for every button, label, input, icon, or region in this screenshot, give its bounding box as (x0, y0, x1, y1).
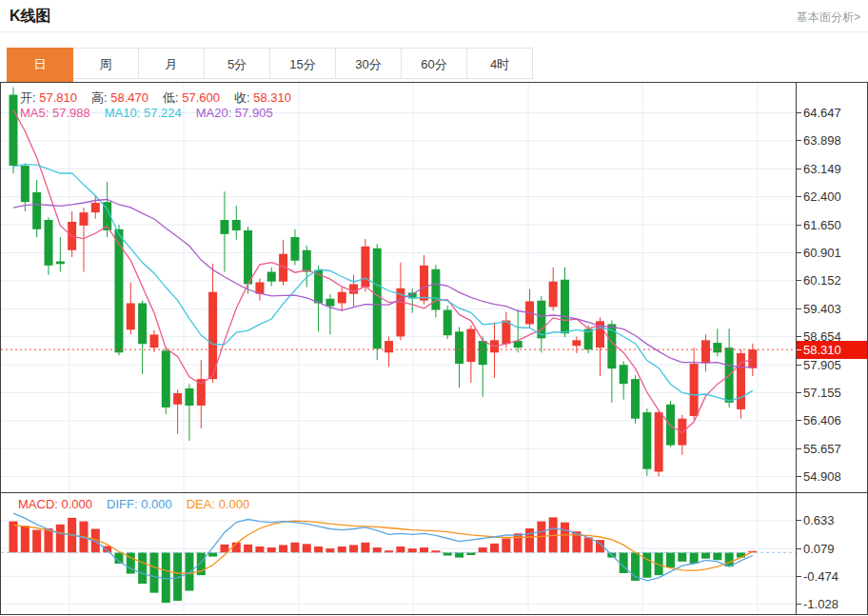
candle-body (267, 272, 276, 282)
macd-bar (525, 528, 534, 552)
macd-bar (642, 552, 651, 577)
tab-日[interactable]: 日 (7, 48, 73, 82)
candle-body (361, 247, 369, 288)
ma-overlay: MA5: 57.988MA10: 57.224MA20: 57.905 (20, 106, 287, 120)
candle-body (514, 341, 523, 348)
candle-body (466, 329, 475, 363)
macd-bar (56, 525, 65, 553)
macd-bar (420, 547, 428, 552)
tab-周[interactable]: 周 (72, 48, 139, 79)
macd-bar (701, 552, 710, 558)
macd-tick-label: -1.028 (797, 597, 838, 612)
candle-body (290, 237, 299, 261)
ma-item: MA20: 57.905 (196, 106, 273, 120)
main-candlestick-chart[interactable] (1, 83, 796, 492)
ma-item: MA5: 57.988 (20, 106, 90, 120)
tab-月[interactable]: 月 (138, 48, 205, 79)
ma5-line (13, 109, 753, 432)
candle-body (303, 250, 311, 272)
ohlc-item: 开: 57.810 (20, 90, 77, 105)
macd-bar (267, 547, 276, 552)
candle-body (326, 299, 334, 307)
macd-bar (279, 545, 287, 552)
ma-item: MA10: 57.224 (105, 106, 182, 120)
macd-bar (349, 545, 358, 552)
macd-bar (244, 545, 252, 552)
tab-30分[interactable]: 30分 (335, 48, 402, 79)
candle-body (220, 220, 228, 234)
macd-bar (208, 552, 217, 556)
candle-body (479, 341, 487, 365)
macd-bar (514, 533, 523, 552)
candle-body (127, 303, 135, 329)
main-tick-label: 61.650 (797, 217, 841, 232)
fundamental-analysis-link[interactable]: 基本面分析> (797, 10, 860, 26)
macd-bar (326, 548, 334, 552)
macd-bar (737, 552, 745, 557)
ma10-line (13, 165, 753, 401)
macd-item: DIFF: 0.000 (107, 497, 172, 511)
macd-bar (561, 523, 569, 553)
macd-bar (21, 526, 30, 552)
macd-bar (373, 547, 382, 552)
macd-bar (255, 546, 264, 552)
macd-bar (10, 522, 18, 553)
candle-body (138, 303, 147, 344)
candle-body (244, 230, 252, 284)
macd-bar (314, 546, 323, 552)
candle-body (56, 262, 65, 265)
candle-body (162, 350, 170, 407)
candle-body (232, 220, 241, 230)
macd-bar (338, 546, 346, 552)
diff-line (13, 513, 753, 581)
main-tick-label: 54.908 (797, 469, 841, 485)
macd-bar (290, 543, 299, 553)
macd-bar (690, 552, 699, 564)
panel-divider (0, 492, 868, 493)
main-tick-label: 59.403 (797, 301, 841, 316)
candle-body (373, 248, 382, 349)
main-tick-label: 63.898 (797, 133, 841, 149)
main-tick-label: 64.647 (797, 106, 841, 121)
candle-body (572, 340, 581, 346)
candle-body (32, 192, 41, 229)
tab-4时[interactable]: 4时 (466, 48, 533, 79)
macd-bar (490, 544, 499, 553)
macd-bar (584, 537, 593, 552)
macd-bar (455, 552, 464, 557)
macd-item: DEA: 0.000 (187, 497, 250, 511)
candlestick-layer (10, 88, 758, 477)
candle-body (149, 334, 158, 348)
macd-bar (44, 528, 52, 552)
main-tick-label: 60.901 (797, 245, 841, 260)
ohlc-item: 高: 58.470 (91, 90, 148, 105)
tab-bar: 日周月5分15分30分60分4时 (8, 48, 533, 82)
candle-body (349, 284, 358, 293)
tab-5分[interactable]: 5分 (204, 48, 270, 79)
ohlc-item: 收: 58.310 (234, 90, 291, 105)
macd-bar (666, 552, 675, 567)
macd-bar (32, 530, 41, 553)
candle-body (10, 95, 18, 167)
tab-60分[interactable]: 60分 (401, 48, 467, 79)
candle-body (173, 393, 182, 405)
macd-bar (303, 544, 311, 552)
ohlc-overlay: 开: 57.810高: 58.470低: 57.600收: 58.310 (20, 89, 306, 107)
candle-body (701, 340, 710, 363)
candle-body (420, 266, 428, 301)
candle-body (21, 166, 30, 202)
candle-body (561, 280, 569, 333)
macd-bar (408, 548, 417, 552)
page-title: K线图 (10, 7, 51, 27)
candle-body (444, 310, 452, 336)
main-tick-label: 55.657 (797, 441, 841, 456)
candle-body (502, 321, 510, 345)
candle-body (338, 292, 346, 304)
candle-body (91, 203, 100, 212)
macd-tick-label: -0.474 (797, 568, 838, 584)
candle-body (748, 349, 757, 368)
candle-body (549, 282, 558, 308)
tab-15分[interactable]: 15分 (269, 48, 336, 79)
macd-bar (479, 547, 487, 552)
candle-body (620, 365, 628, 384)
